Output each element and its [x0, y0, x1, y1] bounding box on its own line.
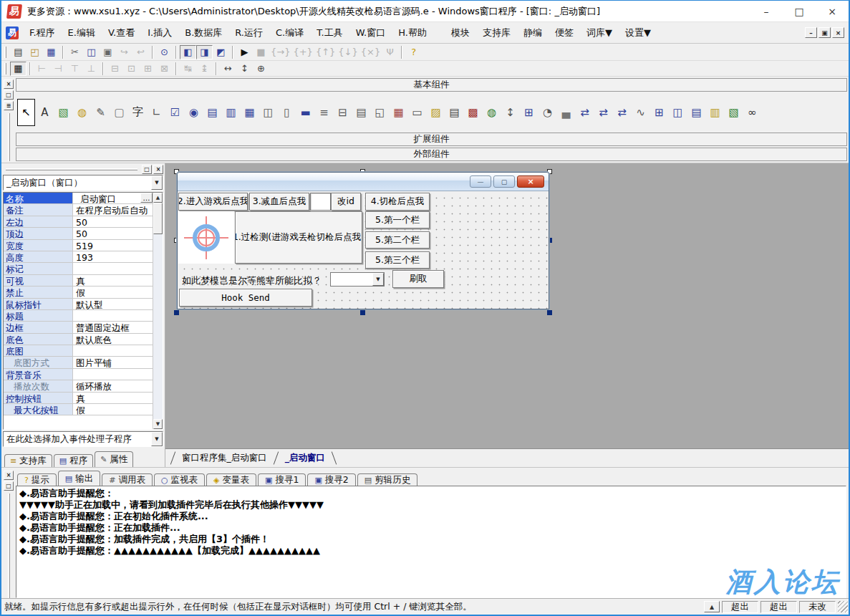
property-value[interactable]: 193	[73, 251, 153, 262]
port-plug-tool[interactable]: ∿	[632, 99, 649, 126]
template-doc-tool[interactable]: ▤	[687, 99, 705, 126]
form-id-edit[interactable]	[310, 193, 331, 211]
split-panel-tool[interactable]: ◫	[669, 99, 687, 126]
property-value[interactable]	[73, 369, 153, 380]
output-body[interactable]: ◆.易语言助手提醒您：▼▼▼▼▼助手正在加载中，请看到加载插件完毕后在执行其他操…	[16, 486, 846, 598]
section-external-components[interactable]: 外部组件	[16, 148, 847, 161]
property-value[interactable]	[73, 310, 153, 321]
menu-item-3[interactable]: I.插入	[141, 24, 178, 42]
mdi-button-1[interactable]: ▣	[818, 27, 831, 38]
menu-item-4[interactable]: B.数据库	[178, 24, 228, 42]
resource-table-tool[interactable]: ▥	[706, 99, 724, 126]
updown-tool[interactable]: ↕	[501, 99, 519, 126]
select-cursor-tool[interactable]: ↖	[17, 99, 35, 126]
shape-tool[interactable]: ◍	[73, 99, 91, 126]
same-height-icon[interactable]: ↨	[196, 62, 213, 76]
tab-watch-table[interactable]: ○监视表	[154, 473, 205, 486]
property-value[interactable]: 真	[73, 393, 153, 403]
property-value[interactable]: 循环播放	[73, 380, 153, 391]
resize-handle[interactable]	[360, 310, 365, 315]
close-icon[interactable]: ×	[4, 471, 14, 480]
debug-break-icon[interactable]: {×}	[359, 45, 382, 59]
property-value[interactable]: 图片平铺	[73, 357, 153, 367]
property-value[interactable]	[73, 263, 153, 274]
property-value[interactable]: 普通固定边框	[73, 322, 153, 332]
fit-height-icon[interactable]: ↕	[236, 62, 253, 76]
find-icon[interactable]: ⊙	[156, 45, 173, 59]
paste-icon[interactable]: ▣	[100, 45, 116, 59]
float-icon[interactable]: □	[4, 481, 14, 491]
form-combobox[interactable]: ▼	[330, 272, 385, 287]
property-value[interactable]: 50	[73, 216, 153, 227]
designer-tab-1[interactable]: _启动窗口	[278, 449, 332, 467]
space-down-icon[interactable]: ⊠	[156, 62, 173, 76]
stop-icon[interactable]: ■	[253, 45, 269, 59]
browser-box-tool[interactable]: ◱	[371, 99, 389, 126]
resize-grip-icon[interactable]	[838, 601, 848, 612]
calendar-tool[interactable]: ▦	[390, 99, 407, 126]
mdi-button-0[interactable]: –	[805, 27, 817, 38]
close-icon[interactable]: ×	[4, 80, 14, 89]
client-link-tool-3[interactable]: ⇄	[613, 99, 631, 126]
property-value[interactable]: 真	[73, 275, 153, 286]
panel-tab-2[interactable]: ✎属性	[95, 451, 133, 467]
toolbar-grip[interactable]	[4, 47, 6, 58]
debug-run-to-icon[interactable]: {↓}	[337, 45, 359, 59]
scrollbar-thumb[interactable]	[153, 203, 163, 234]
fit-both-icon[interactable]: ⊕	[253, 62, 269, 76]
panel-tab-1[interactable]: ▤程序	[54, 454, 93, 467]
cut-icon[interactable]: ✂	[67, 45, 83, 59]
debug-step-out-icon[interactable]: {↑}	[314, 45, 337, 59]
resize-handle[interactable]	[174, 310, 179, 315]
property-value[interactable]: 假	[73, 404, 153, 415]
menu-bars-icon[interactable]: ≡	[4, 101, 14, 110]
menu-item-15[interactable]: 设置▼	[619, 24, 657, 42]
maximize-button[interactable]: □	[783, 1, 816, 21]
tree-view-tool[interactable]: ▤	[203, 99, 221, 126]
group-box-tool[interactable]: ▢	[110, 99, 128, 126]
checkbox-tool[interactable]: ☑	[166, 99, 184, 126]
event-selector[interactable]: 在此处选择加入事件处理子程序 ▼	[3, 431, 163, 447]
menu-item-7[interactable]: T.工具	[310, 24, 349, 42]
layout-split-icon[interactable]: ◨	[196, 45, 213, 59]
form-button-hook-send[interactable]: Hook Send	[179, 289, 312, 307]
menu-item-10[interactable]: 模块	[445, 24, 476, 42]
radio-button-tool[interactable]: ◉	[185, 99, 203, 126]
object-selector[interactable]: _启动窗口（窗口） ▼	[3, 175, 163, 191]
tab-variable-table[interactable]: ◈变量表	[206, 473, 256, 486]
label-tool[interactable]: A	[36, 99, 54, 126]
tab-strip-tool[interactable]: ⊟	[334, 99, 352, 126]
picture-box-tool[interactable]: ▧	[54, 99, 72, 126]
property-value[interactable]: _启动窗口…	[73, 193, 153, 203]
help-search-icon[interactable]: ?	[405, 45, 422, 59]
progress-bar-tool[interactable]: ▬	[296, 99, 314, 126]
align-bottom-icon[interactable]: ⊥	[83, 62, 100, 76]
form-designer-canvas[interactable]: — ▢ × 2.进入游戏后点我 3.减血后点我 改id 4.切枪后点我	[165, 163, 849, 448]
mdi-button-2[interactable]: ×	[832, 27, 844, 38]
chevron-down-icon[interactable]: ▼	[151, 175, 163, 190]
image-list-tool[interactable]: ▧	[725, 99, 743, 126]
center-horizontal-icon[interactable]: ⊟	[107, 62, 123, 76]
form-side-button-3[interactable]: 5.第三个栏	[365, 251, 430, 269]
network-tool[interactable]: ◍	[483, 99, 501, 126]
chevron-down-icon[interactable]: ▼	[151, 432, 163, 446]
form-restore-button[interactable]: ▢	[493, 175, 515, 188]
timer-tool[interactable]: ◔	[539, 99, 556, 126]
open-file-icon[interactable]: ◰	[26, 45, 43, 59]
menu-item-14[interactable]: 词库▼	[580, 24, 619, 42]
debug-step-over-icon[interactable]: {+}	[291, 45, 314, 59]
panel-tab-0[interactable]: ≡支持库	[4, 454, 52, 467]
menu-item-0[interactable]: F.程序	[23, 24, 62, 42]
property-value[interactable]: 在程序启动后自动	[73, 204, 153, 215]
form-button-lose-hp[interactable]: 3.减血后点我	[249, 193, 309, 211]
designed-form[interactable]: — ▢ × 2.进入游戏后点我 3.减血后点我 改id 4.切枪后点我	[177, 172, 549, 309]
layout-full-icon[interactable]: ◩	[213, 45, 229, 59]
client-link-tool-1[interactable]: ⇄	[576, 99, 594, 126]
client-link-tool-2[interactable]: ⇄	[594, 99, 612, 126]
property-value[interactable]	[73, 345, 153, 356]
data-grid-tool[interactable]: ⊞	[650, 99, 668, 126]
h-slider-tool[interactable]: ◫	[259, 99, 277, 126]
menu-item-11[interactable]: 支持库	[476, 24, 517, 42]
form-button-enter-game[interactable]: 2.进入游戏后点我	[178, 193, 248, 211]
property-value[interactable]: 假	[73, 287, 153, 297]
